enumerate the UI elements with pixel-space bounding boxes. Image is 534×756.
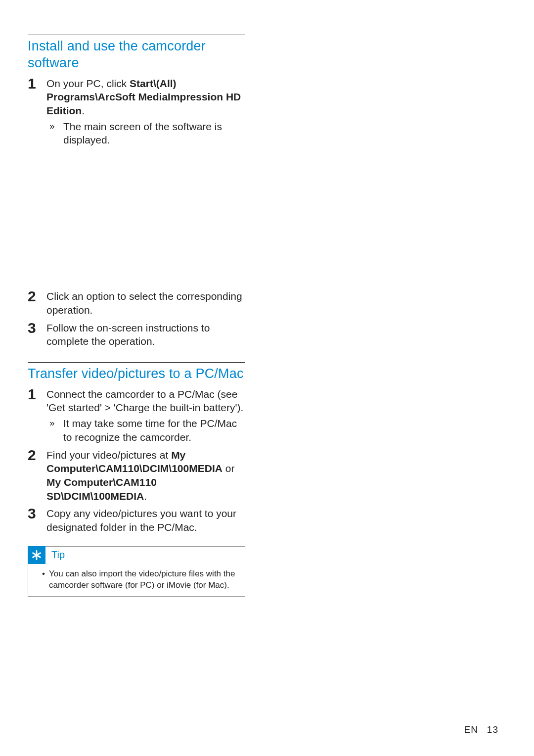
tstep-1: Connect the camcorder to a PC/Mac (see '… bbox=[28, 387, 245, 444]
left-column: Install and use the camcorder software O… bbox=[28, 35, 245, 597]
install-steps: On your PC, click Start\(All) Programs\A… bbox=[28, 77, 245, 348]
asterisk-icon bbox=[28, 546, 45, 564]
tip-label: Tip bbox=[45, 546, 65, 564]
footer-page: 13 bbox=[487, 724, 498, 735]
tstep-2-post: . bbox=[144, 490, 147, 502]
tip-box: Tip You can also import the video/pictur… bbox=[28, 546, 245, 597]
tstep-1-text: Connect the camcorder to a PC/Mac (see '… bbox=[46, 388, 243, 414]
tstep-2-mid: or bbox=[222, 463, 235, 474]
tip-list: You can also import the video/picture fi… bbox=[28, 568, 245, 591]
tstep-1-sub: It may take some time for the PC/Mac to … bbox=[46, 417, 245, 444]
tip-item: You can also import the video/picture fi… bbox=[42, 568, 238, 591]
step-1-sub: The main screen of the software is displ… bbox=[46, 120, 245, 147]
step-2-text: Click an option to select the correspond… bbox=[46, 290, 242, 316]
tip-header: Tip bbox=[28, 546, 244, 564]
section-divider bbox=[28, 362, 245, 363]
tstep-3: Copy any video/pictures you want to your… bbox=[28, 507, 245, 534]
tstep-3-text: Copy any video/pictures you want to your… bbox=[46, 508, 236, 533]
step-2: Click an option to select the correspond… bbox=[28, 289, 245, 317]
step-1-post: . bbox=[82, 105, 85, 116]
section-divider bbox=[28, 35, 245, 35]
footer-lang: EN bbox=[464, 724, 487, 735]
transfer-steps: Connect the camcorder to a PC/Mac (see '… bbox=[28, 387, 245, 534]
tstep-2: Find your video/pictures at My Computer\… bbox=[28, 448, 245, 503]
manual-page: Install and use the camcorder software O… bbox=[0, 0, 534, 756]
step-1: On your PC, click Start\(All) Programs\A… bbox=[28, 77, 245, 286]
section-heading-transfer: Transfer video/pictures to a PC/Mac bbox=[28, 366, 245, 382]
step-3: Follow the on-screen instructions to com… bbox=[28, 321, 245, 348]
tstep-2-bold2: My Computer\CAM110 SD\DCIM\100MEDIA bbox=[46, 476, 157, 502]
tstep-2-pre: Find your video/pictures at bbox=[46, 449, 171, 461]
step-3-text: Follow the on-screen instructions to com… bbox=[46, 322, 210, 347]
step-1-pre: On your PC, click bbox=[46, 78, 130, 89]
section-heading-install: Install and use the camcorder software bbox=[28, 38, 245, 72]
screenshot-placeholder bbox=[46, 147, 245, 285]
page-footer: EN13 bbox=[464, 724, 498, 735]
